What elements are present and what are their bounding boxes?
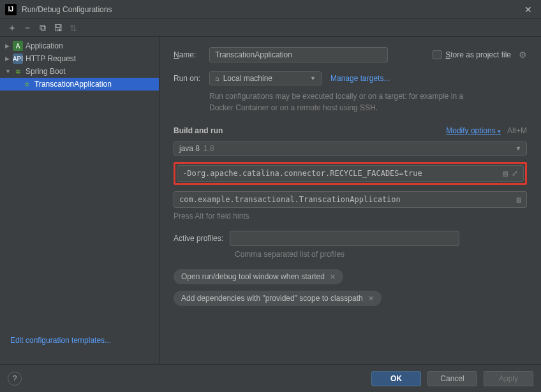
chip-provided-scope[interactable]: Add dependencies with "provided" scope t… bbox=[174, 291, 382, 306]
chip-label: Open run/debug tool window when started bbox=[181, 272, 325, 281]
http-icon: API bbox=[13, 54, 23, 64]
move-config-button[interactable]: ⇅ bbox=[66, 21, 80, 35]
expand-icon[interactable]: ⤢ bbox=[512, 169, 518, 178]
cancel-button[interactable]: Cancel bbox=[427, 371, 477, 386]
name-label: Name: bbox=[174, 50, 209, 59]
modify-options-link[interactable]: Modify options ▾ bbox=[446, 126, 501, 135]
main-panel: Name: Store as project file ⚙ Run on: ⌂ … bbox=[159, 37, 541, 364]
help-button[interactable]: ? bbox=[8, 372, 22, 386]
titlebar: IJ Run/Debug Configurations ✕ bbox=[0, 0, 541, 19]
dialog-title: Run/Debug Configurations bbox=[22, 5, 521, 14]
chevron-right-icon: ▶ bbox=[5, 55, 13, 62]
ok-button[interactable]: OK bbox=[371, 371, 421, 386]
close-icon[interactable]: ✕ bbox=[521, 3, 536, 16]
spring-icon: ✲ bbox=[13, 66, 23, 76]
tree-label: HTTP Request bbox=[26, 54, 76, 63]
tree-node-transcation-application[interactable]: ✲ TranscationApplication bbox=[0, 78, 159, 91]
vm-options-input[interactable]: -Dorg.apache.catalina.connector.RECYCLE_… bbox=[177, 165, 524, 182]
store-as-project-checkbox[interactable] bbox=[433, 50, 441, 59]
ide-logo-icon: IJ bbox=[5, 4, 17, 15]
runon-dropdown[interactable]: ⌂ Local machine ▼ bbox=[209, 71, 322, 85]
apply-button[interactable]: Apply bbox=[484, 371, 533, 386]
chip-label: Add dependencies with "provided" scope t… bbox=[181, 294, 363, 303]
spring-icon: ✲ bbox=[22, 79, 32, 89]
chevron-down-icon: ▼ bbox=[515, 145, 521, 152]
home-icon: ⌂ bbox=[215, 75, 219, 82]
chip-remove-icon[interactable]: ✕ bbox=[368, 294, 374, 303]
modify-shortcut: Alt+M bbox=[507, 126, 527, 135]
vm-options-highlight: -Dorg.apache.catalina.connector.RECYCLE_… bbox=[174, 162, 527, 185]
active-profiles-label: Active profiles: bbox=[174, 234, 223, 243]
jdk-label: java 8 bbox=[179, 144, 200, 153]
jdk-dropdown[interactable]: java 8 1.8 ▼ bbox=[174, 142, 527, 156]
chevron-right-icon: ▶ bbox=[5, 43, 13, 49]
browse-class-icon[interactable]: ▤ bbox=[517, 195, 521, 204]
chevron-down-icon: ▼ bbox=[310, 75, 316, 82]
main-class-input[interactable]: com.example.transactional.TranscationApp… bbox=[174, 191, 527, 208]
vm-options-value: -Dorg.apache.catalina.connector.RECYCLE_… bbox=[182, 169, 422, 178]
tree-node-spring-boot[interactable]: ▼ ✲ Spring Boot bbox=[0, 65, 159, 78]
tree-label: Application bbox=[26, 41, 63, 50]
manage-targets-link[interactable]: Manage targets... bbox=[330, 74, 390, 83]
tree-node-http[interactable]: ▶ API HTTP Request bbox=[0, 52, 159, 65]
build-run-heading: Build and run bbox=[174, 126, 223, 135]
gear-icon[interactable]: ⚙ bbox=[519, 50, 527, 60]
store-label: Store as project file bbox=[445, 50, 511, 59]
copy-config-button[interactable]: ⧉ bbox=[36, 21, 50, 35]
runon-hint: Run configurations may be executed local… bbox=[209, 91, 484, 113]
tree-node-application[interactable]: ▶ A Application bbox=[0, 40, 159, 52]
name-input[interactable] bbox=[209, 47, 388, 62]
chip-remove-icon[interactable]: ✕ bbox=[330, 273, 336, 281]
chevron-down-icon: ▼ bbox=[5, 68, 13, 75]
insert-macros-icon[interactable]: ▤ bbox=[503, 169, 508, 178]
tree-label: TranscationApplication bbox=[34, 80, 112, 89]
config-toolbar: ＋ － ⧉ 🖫 ⇅ bbox=[0, 19, 541, 37]
application-icon: A bbox=[13, 41, 23, 51]
save-config-button[interactable]: 🖫 bbox=[51, 21, 65, 35]
dialog-footer: ? OK Cancel Apply bbox=[0, 364, 541, 392]
comma-hint: Comma separated list of profiles bbox=[235, 250, 527, 259]
jdk-version: 1.8 bbox=[204, 144, 214, 153]
config-tree: ▶ A Application ▶ API HTTP Request ▼ ✲ S… bbox=[0, 40, 159, 330]
edit-templates-link[interactable]: Edit configuration templates... bbox=[10, 336, 111, 345]
alt-hint: Press Alt for field hints bbox=[174, 212, 527, 221]
tree-label: Spring Boot bbox=[26, 67, 66, 76]
main-class-value: com.example.transactional.TranscationApp… bbox=[179, 195, 401, 204]
chip-open-tool-window[interactable]: Open run/debug tool window when started … bbox=[174, 269, 343, 284]
sidebar: ▶ A Application ▶ API HTTP Request ▼ ✲ S… bbox=[0, 37, 159, 364]
runon-value: Local machine bbox=[223, 74, 272, 83]
active-profiles-input[interactable] bbox=[230, 231, 459, 246]
remove-config-button[interactable]: － bbox=[20, 21, 34, 35]
runon-label: Run on: bbox=[174, 74, 209, 83]
add-config-button[interactable]: ＋ bbox=[5, 21, 19, 35]
